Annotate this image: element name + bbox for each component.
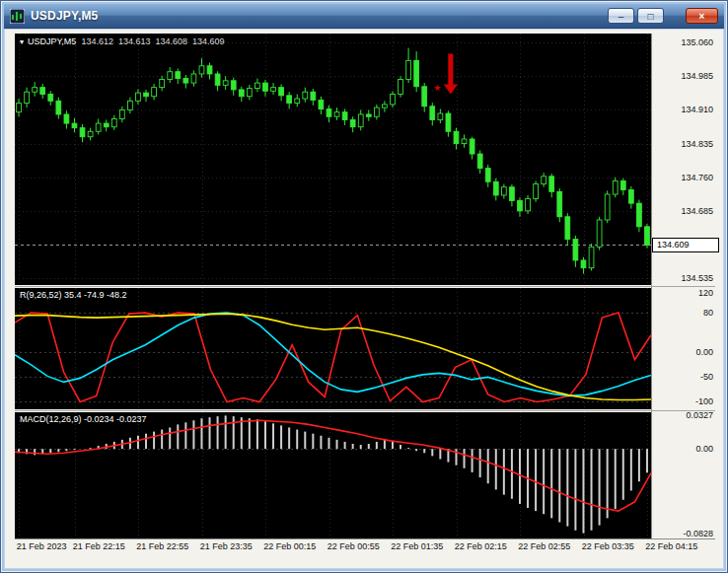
symbol-marker-icon: ▾: [20, 37, 24, 46]
candle-body: [271, 88, 276, 92]
candle-body: [152, 88, 157, 97]
time-axis-label: 21 Feb 22:15: [73, 541, 125, 551]
candle-body: [160, 79, 165, 87]
time-axis-label: 22 Feb 03:35: [582, 541, 634, 551]
candle-body: [168, 72, 173, 80]
candle-body: [183, 79, 188, 84]
candle-body: [40, 88, 45, 95]
candle-body: [589, 247, 594, 267]
candle-body: [581, 260, 586, 268]
candle-body: [128, 101, 133, 109]
candle-body: [96, 123, 101, 131]
y-axis-label: 120: [698, 288, 713, 298]
candle-body: [518, 200, 523, 210]
y-axis-label: -100: [695, 396, 713, 406]
maximize-button[interactable]: □: [637, 8, 664, 24]
candle-body: [144, 93, 149, 97]
candle-body: [327, 109, 331, 117]
candle-body: [526, 199, 531, 211]
time-axis-label: 22 Feb 02:55: [518, 541, 570, 551]
candle-body: [56, 101, 61, 114]
candle-body: [510, 187, 515, 201]
candle-body: [342, 112, 347, 120]
candle-body: [72, 123, 77, 128]
candle-body: [454, 131, 459, 143]
candle-body: [64, 114, 69, 123]
candle-body: [88, 131, 93, 136]
y-axis-label: 134.835: [681, 139, 713, 149]
candle-body: [104, 123, 109, 127]
y-axis-label: 0.0327: [686, 410, 713, 420]
candle-body: [462, 139, 467, 144]
candle-body: [477, 154, 482, 169]
y-axis-label: 80: [703, 308, 713, 318]
y-axis-label: -50: [700, 372, 713, 382]
candle-body: [399, 79, 403, 94]
candle-body: [542, 177, 546, 184]
candle-body: [111, 119, 116, 127]
ohlc-legend: ▾USDJPY,M5134.612134.613134.608134.609: [20, 36, 225, 46]
candle-body: [119, 109, 124, 118]
current-price-tag: 134.609: [652, 238, 719, 252]
candle-body: [295, 99, 300, 104]
chart-area: ★ ▾USDJPY,M5134.612134.613134.608134.609…: [15, 34, 715, 558]
candle-body: [303, 92, 308, 99]
legend-high: 134.613: [118, 36, 151, 46]
candle-body: [501, 187, 506, 195]
candle-body: [207, 66, 212, 74]
candle-body: [191, 74, 196, 83]
time-axis-label: 22 Feb 00:55: [328, 541, 380, 551]
candle-body: [319, 100, 324, 108]
time-axis-label: 22 Feb 04:15: [645, 541, 697, 551]
legend-symbol: USDJPY,M5: [28, 36, 76, 46]
app-window: USDJPY,M5 – □ × ★ ▾USDJPY,M5134.612134.6…: [0, 0, 728, 573]
candle-body: [25, 92, 30, 103]
candle-body: [255, 83, 260, 88]
candle-body: [366, 114, 371, 116]
macd-panel-bg: [15, 412, 651, 538]
candle-body: [493, 181, 498, 195]
y-axis-label: 134.535: [681, 273, 713, 283]
legend-close: 134.609: [192, 36, 225, 46]
candle-body: [279, 88, 284, 96]
candle-body: [430, 107, 435, 120]
candle-body: [470, 139, 474, 154]
price-scale[interactable]: 135.060134.985134.910134.835134.760134.6…: [652, 34, 715, 538]
y-axis-label: 134.985: [681, 71, 713, 81]
candle-body: [334, 112, 339, 117]
macd-indicator-legend: MACD(12,26,9) -0.0234 -0.0237: [20, 414, 147, 424]
candle-body: [645, 227, 650, 246]
candle-body: [549, 177, 554, 191]
candle-body: [231, 81, 236, 90]
time-axis-label: 21 Feb 2023: [17, 541, 67, 551]
star-marker-icon: ★: [433, 83, 441, 93]
time-scale[interactable]: 21 Feb 202321 Feb 22:1521 Feb 22:5521 Fe…: [15, 540, 715, 556]
y-axis-label: 0.00: [695, 444, 713, 454]
candle-body: [33, 88, 37, 93]
panel-separator-2[interactable]: [15, 410, 715, 411]
wpr-indicator-legend: R(9,26,52) 35.4 -74.9 -48.2: [20, 290, 127, 300]
candle-body: [422, 87, 427, 107]
candle-body: [176, 72, 181, 79]
window-title: USDJPY,M5: [31, 9, 99, 23]
candle-body: [223, 81, 228, 86]
time-axis-label: 22 Feb 00:15: [263, 541, 316, 551]
panel-separator-1[interactable]: [15, 286, 715, 287]
y-axis-label: -0.0828: [683, 529, 713, 538]
window-controls: – □ ×: [605, 8, 718, 24]
candle-body: [383, 105, 388, 107]
legend-open: 134.612: [81, 36, 113, 46]
candle-body: [613, 180, 618, 194]
candle-body: [311, 92, 316, 100]
candle-body: [80, 128, 85, 137]
y-axis-label: 134.685: [681, 206, 713, 216]
y-axis-label: 134.910: [681, 105, 713, 114]
time-axis-label: 22 Feb 02:15: [455, 541, 507, 551]
close-button[interactable]: ×: [686, 8, 718, 24]
candle-body: [485, 169, 490, 182]
y-axis-label: 135.060: [681, 37, 713, 47]
minimize-button[interactable]: –: [608, 8, 634, 24]
time-axis-label: 21 Feb 22:55: [136, 541, 188, 551]
main-panel-bg: [15, 34, 651, 285]
titlebar[interactable]: USDJPY,M5 – □ ×: [4, 4, 724, 29]
